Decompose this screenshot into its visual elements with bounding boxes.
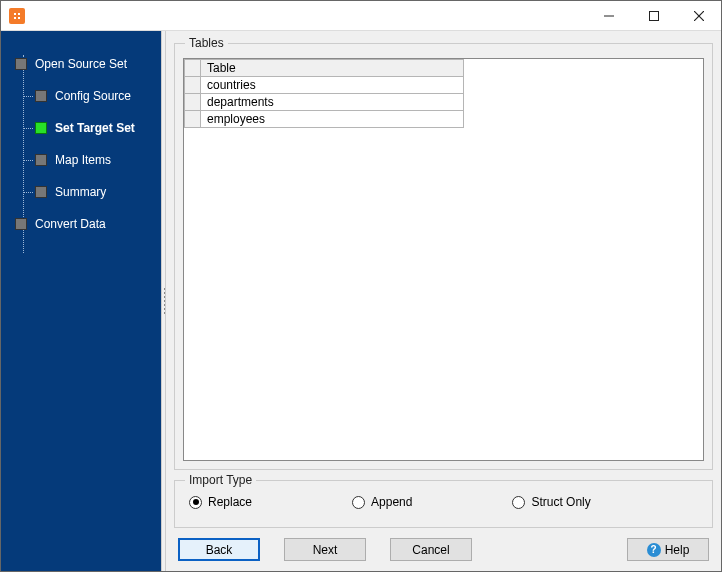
- row-header: [185, 111, 201, 128]
- table-row[interactable]: employees: [185, 111, 464, 128]
- close-button[interactable]: [676, 1, 721, 30]
- back-button[interactable]: Back: [178, 538, 260, 561]
- next-button-label: Next: [313, 543, 338, 557]
- step-marker-icon: [35, 90, 47, 102]
- cancel-button[interactable]: Cancel: [390, 538, 472, 561]
- table-row[interactable]: departments: [185, 94, 464, 111]
- wizard-step-summary[interactable]: Summary: [1, 179, 161, 205]
- radio-icon: [512, 496, 525, 509]
- back-button-label: Back: [206, 543, 233, 557]
- import-type-legend: Import Type: [185, 473, 256, 487]
- app-icon: [9, 8, 25, 24]
- table-cell[interactable]: countries: [201, 77, 464, 94]
- wizard-step-set-target-set[interactable]: Set Target Set: [1, 115, 161, 141]
- main-panel: Tables Table countriesdepartmentsemploye…: [166, 31, 721, 571]
- row-header: [185, 94, 201, 111]
- titlebar: [1, 1, 721, 31]
- column-header-table[interactable]: Table: [201, 60, 464, 77]
- radio-icon: [352, 496, 365, 509]
- wizard-step-map-items[interactable]: Map Items: [1, 147, 161, 173]
- radio-label: Struct Only: [531, 495, 590, 509]
- wizard-step-config-source[interactable]: Config Source: [1, 83, 161, 109]
- help-button-label: Help: [665, 543, 690, 557]
- radio-icon: [189, 496, 202, 509]
- wizard-step-convert-data[interactable]: Convert Data: [1, 211, 161, 237]
- cancel-button-label: Cancel: [412, 543, 449, 557]
- wizard-window: Open Source SetConfig SourceSet Target S…: [0, 0, 722, 572]
- help-button[interactable]: ?Help: [627, 538, 709, 561]
- step-label: Summary: [55, 185, 106, 199]
- table-cell[interactable]: departments: [201, 94, 464, 111]
- minimize-button[interactable]: [586, 1, 631, 30]
- wizard-step-open-source-set[interactable]: Open Source Set: [1, 51, 161, 77]
- step-label: Open Source Set: [35, 57, 127, 71]
- next-button[interactable]: Next: [284, 538, 366, 561]
- maximize-button[interactable]: [631, 1, 676, 30]
- step-label: Config Source: [55, 89, 131, 103]
- radio-append[interactable]: Append: [352, 495, 412, 509]
- radio-label: Replace: [208, 495, 252, 509]
- tables-legend: Tables: [185, 36, 228, 50]
- help-icon: ?: [647, 543, 661, 557]
- tables-grid[interactable]: Table countriesdepartmentsemployees: [183, 58, 704, 461]
- step-marker-icon: [35, 186, 47, 198]
- svg-rect-1: [649, 11, 658, 20]
- step-label: Set Target Set: [55, 121, 135, 135]
- wizard-button-row: Back Next Cancel ?Help: [174, 528, 713, 563]
- radio-struct-only[interactable]: Struct Only: [512, 495, 590, 509]
- import-type-group: Import Type ReplaceAppendStruct Only: [174, 480, 713, 528]
- radio-replace[interactable]: Replace: [189, 495, 252, 509]
- step-marker-icon: [15, 58, 27, 70]
- step-marker-icon: [15, 218, 27, 230]
- step-label: Convert Data: [35, 217, 106, 231]
- step-marker-icon: [35, 154, 47, 166]
- table-cell[interactable]: employees: [201, 111, 464, 128]
- row-header: [185, 77, 201, 94]
- step-marker-icon: [35, 122, 47, 134]
- wizard-steps-sidebar: Open Source SetConfig SourceSet Target S…: [1, 31, 161, 571]
- radio-label: Append: [371, 495, 412, 509]
- splitter-handle[interactable]: [161, 31, 166, 571]
- grid-corner: [185, 60, 201, 77]
- step-label: Map Items: [55, 153, 111, 167]
- tables-group: Tables Table countriesdepartmentsemploye…: [174, 43, 713, 470]
- table-row[interactable]: countries: [185, 77, 464, 94]
